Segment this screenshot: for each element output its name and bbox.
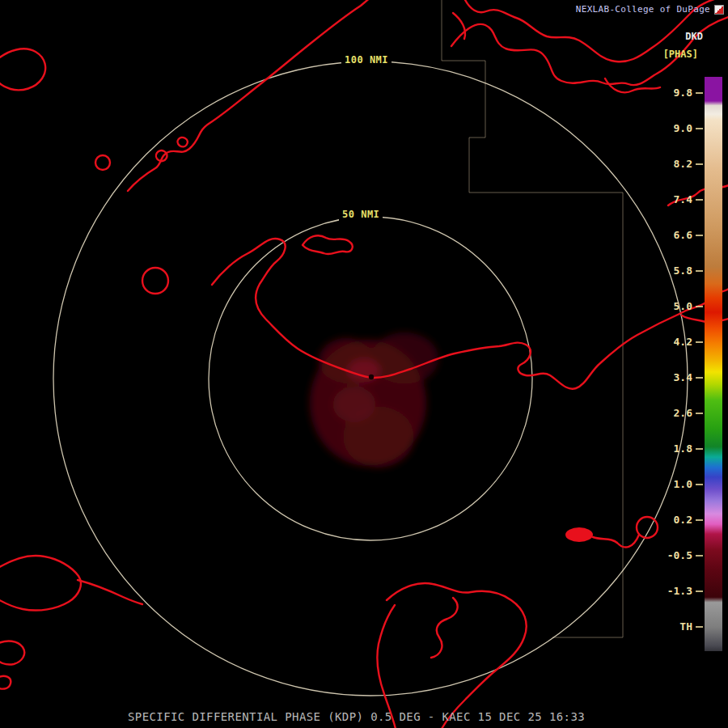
scale-label: 4.2 — [674, 336, 692, 348]
color-gradient-bar — [705, 77, 722, 651]
header: NEXLAB-College of DuPage — [576, 4, 724, 15]
scale-label: 9.0 — [674, 123, 692, 134]
scale-label: 5.8 — [674, 265, 692, 277]
scale-label: -0.5 — [667, 550, 692, 561]
product-caption: SPECIFIC DIFFERENTIAL PHASE (KDP) 0.5 DE… — [128, 710, 585, 723]
scale-label: 8.2 — [674, 159, 692, 170]
radar-site-marker — [369, 375, 374, 379]
scale-label: 7.4 — [674, 194, 692, 205]
product-code-label: DKD — [685, 31, 703, 42]
nexlab-logo-icon — [714, 5, 724, 15]
kdp-echo-region — [310, 332, 438, 468]
scale-label: 6.6 — [674, 230, 692, 241]
scale-label: 2.6 — [674, 408, 692, 419]
scale-label: -1.3 — [667, 586, 692, 597]
scale-label: 9.8 — [674, 87, 692, 99]
radar-display: 50 NMI 100 NMI NEXLAB-College of DuPage … — [0, 0, 728, 728]
scale-label: TH — [679, 621, 692, 633]
range-ring-label-50nmi: 50 NMI — [339, 208, 383, 221]
scale-label: 1.8 — [674, 443, 692, 455]
county-boundary-lines — [442, 0, 623, 637]
scale-label: 5.0 — [674, 301, 692, 312]
scale-label: 1.0 — [674, 479, 692, 490]
color-scale: 9.8 9.0 8.2 7.4 6.6 5.8 5.0 4.2 3.4 2.6 … — [671, 0, 728, 671]
range-ring-label-100nmi: 100 NMI — [341, 53, 392, 66]
product-units-label: [PHAS] — [663, 49, 698, 60]
scale-label: 3.4 — [674, 372, 692, 383]
radar-map — [0, 0, 728, 728]
scale-label: 0.2 — [674, 514, 692, 526]
brand-text: NEXLAB-College of DuPage — [576, 4, 710, 15]
